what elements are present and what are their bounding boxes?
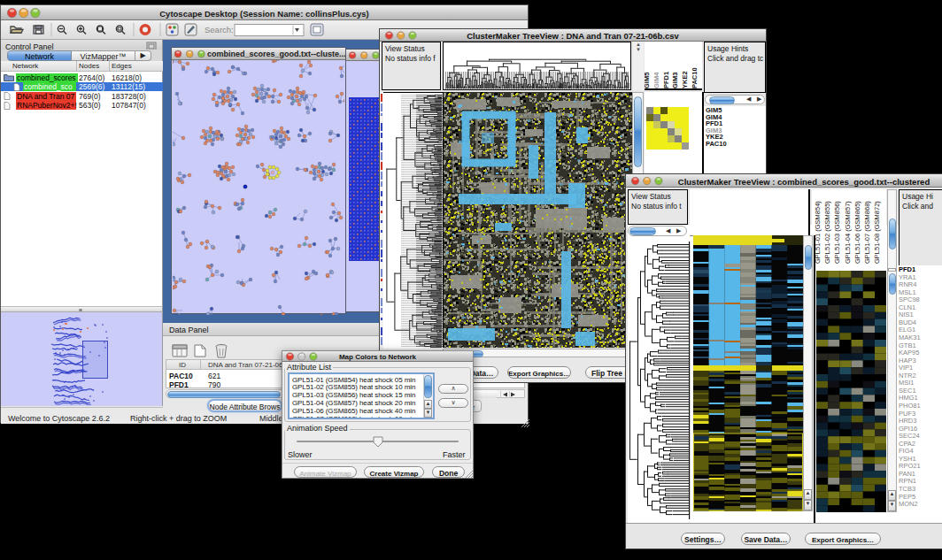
svg-text:Search:: Search: bbox=[205, 25, 234, 35]
svg-text:PAC10: PAC10 bbox=[691, 67, 699, 88]
svg-text:GPL51-04 (GSM857): GPL51-04 (GSM857) bbox=[844, 201, 852, 264]
svg-text:YKE2: YKE2 bbox=[681, 71, 689, 88]
svg-text:GPL51-06 (GSM865): GPL51-06 (GSM865) bbox=[853, 201, 861, 264]
svg-text:GPL51-02 (GSM855): GPL51-02 (GSM855) bbox=[823, 201, 831, 264]
svg-text:GIM4: GIM4 bbox=[652, 72, 660, 88]
svg-text:GPL51-07 (GSM868): GPL51-07 (GSM868) bbox=[863, 201, 871, 264]
svg-text:PFD1: PFD1 bbox=[662, 72, 670, 88]
svg-text:GIM3: GIM3 bbox=[671, 73, 679, 88]
svg-text:GIM5: GIM5 bbox=[645, 73, 651, 88]
svg-text:GPL51-08 (GSM872): GPL51-08 (GSM872) bbox=[873, 201, 881, 264]
svg-text:GPL51-03 (GSM856): GPL51-03 (GSM856) bbox=[833, 201, 841, 264]
